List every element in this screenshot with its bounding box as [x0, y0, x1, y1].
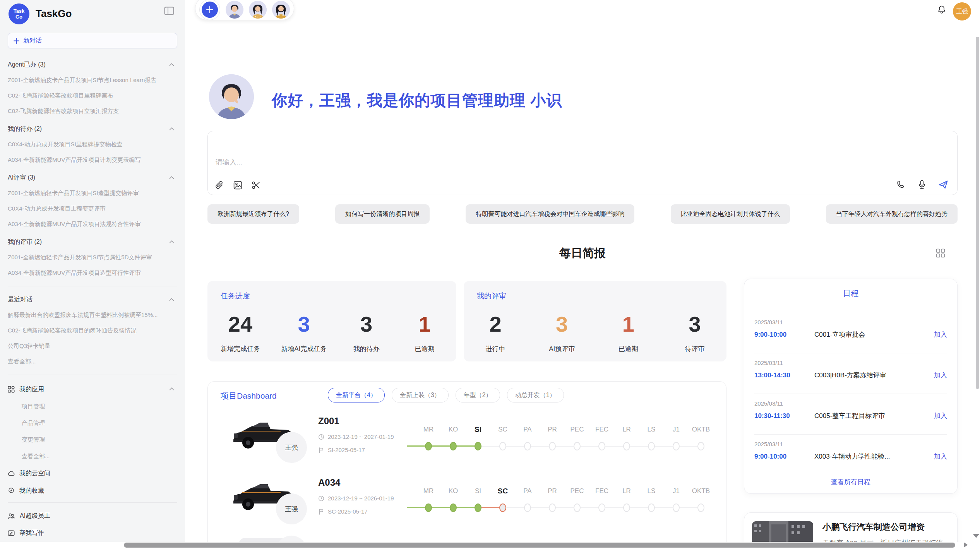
- vertical-scrollbar[interactable]: [976, 37, 979, 389]
- section-header-recent[interactable]: 最近对话: [8, 292, 177, 307]
- milestone-dot[interactable]: [524, 503, 531, 512]
- microphone-icon[interactable]: [917, 180, 927, 190]
- image-icon[interactable]: [233, 180, 243, 190]
- milestone-dot[interactable]: [697, 503, 704, 512]
- milestone-dot[interactable]: [648, 503, 655, 512]
- milestone-dot[interactable]: [425, 503, 432, 512]
- milestone-dot[interactable]: [524, 442, 531, 450]
- filter-chip[interactable]: 动总开发（1）: [507, 388, 564, 402]
- chevron-up-icon[interactable]: [169, 298, 174, 301]
- milestone-dot[interactable]: [598, 442, 605, 450]
- conversation-item[interactable]: C0X4-动力总成开发项目工程变更评审: [8, 201, 177, 216]
- milestone-dot[interactable]: [623, 503, 630, 512]
- send-icon[interactable]: [938, 179, 949, 190]
- schedule-item[interactable]: 2025/03/11 9:00-10:00 C001-立项审批会 加入: [754, 313, 947, 353]
- section-header-my-review[interactable]: 我的评审 (2): [8, 234, 177, 250]
- section-header-ai-review[interactable]: AI评审 (3): [8, 170, 177, 185]
- milestone-dot[interactable]: [648, 442, 655, 450]
- phone-icon[interactable]: [896, 180, 906, 190]
- conversation-item[interactable]: C02-飞腾新能源轻客改款项目的闭环通告反馈情况: [8, 323, 177, 338]
- chevron-up-icon[interactable]: [169, 387, 174, 390]
- conversation-item[interactable]: Z001-全新燃油轻卡产品开发项目SI造型提交物评审: [8, 185, 177, 201]
- user-avatar[interactable]: 王强: [953, 2, 971, 21]
- chevron-up-icon[interactable]: [169, 176, 174, 179]
- conversation-item[interactable]: A034-全新新能源MUV产品开发项目造型可行性评审: [8, 265, 177, 281]
- suggestion-chip[interactable]: 特朗普可能对进口汽车增税会对中国车企造成哪些影响: [466, 204, 634, 224]
- sidebar-subitem-product-mgmt[interactable]: 产品管理: [8, 414, 177, 431]
- new-session-button[interactable]: [199, 0, 220, 20]
- sidebar-subitem-project-mgmt[interactable]: 项目管理: [8, 398, 177, 414]
- sidebar-subitem-change-mgmt[interactable]: 变更管理: [8, 431, 177, 448]
- milestone-dot[interactable]: [623, 442, 630, 450]
- sidebar-item-favorites[interactable]: 我的收藏: [8, 482, 177, 499]
- milestone-dot[interactable]: [475, 442, 481, 450]
- milestone-dot[interactable]: [574, 442, 581, 450]
- schedule-item[interactable]: 2025/03/11 13:00-14:30 C003|H0B-方案冻结评审 加…: [754, 353, 947, 394]
- scissors-icon[interactable]: [251, 180, 261, 190]
- join-link[interactable]: 加入: [934, 330, 947, 339]
- sidebar-item-help-me-write[interactable]: 帮我写作: [8, 524, 177, 541]
- milestone-dot[interactable]: [549, 442, 556, 450]
- conversation-item[interactable]: 解释最新出台的欧盟报废车法规再生塑料比例被调至15%...: [8, 307, 177, 323]
- suggestion-chip[interactable]: 当下年轻人对汽车外观有怎样的喜好趋势: [826, 204, 958, 224]
- view-all-link[interactable]: 查看全部...: [8, 354, 177, 369]
- conversation-item[interactable]: C0X4-动力总成开发项目SI里程碑提交物检查: [8, 137, 177, 152]
- project-row[interactable]: 王强 Z001 2023-12-19 ~ 2027-01-19 SI-2025-…: [208, 412, 726, 471]
- scroll-down-arrow-icon[interactable]: [973, 534, 979, 538]
- milestone-dot[interactable]: [499, 442, 506, 450]
- chevron-up-icon[interactable]: [169, 63, 174, 66]
- section-header-my-todo[interactable]: 我的待办 (2): [8, 121, 177, 137]
- chat-input-box[interactable]: 请输入...: [207, 131, 958, 195]
- scroll-right-arrow-icon[interactable]: [964, 542, 968, 548]
- join-link[interactable]: 加入: [934, 371, 947, 380]
- horizontal-scrollbar[interactable]: [124, 543, 955, 548]
- milestone-dot[interactable]: [673, 503, 680, 512]
- view-all-link[interactable]: 查看全部...: [8, 448, 177, 464]
- filter-chip[interactable]: 年型（2）: [456, 388, 500, 402]
- chevron-up-icon[interactable]: [169, 240, 174, 243]
- filter-chip[interactable]: 全新上装（3）: [392, 388, 449, 402]
- conversation-item[interactable]: Z001-全新燃油皮卡产品开发项目SI节点Lesson Learn报告: [8, 72, 177, 88]
- schedule-item[interactable]: 2025/03/11 10:30-11:30 C005-整车工程目标评审 加入: [754, 394, 947, 435]
- milestone-dot[interactable]: [425, 442, 432, 450]
- conversation-item[interactable]: Z001-全新燃油轻卡产品开发项目SI节点属性5D文件评审: [8, 250, 177, 265]
- sidebar-item-ai-super-staff[interactable]: AI超级员工: [8, 507, 177, 524]
- join-link[interactable]: 加入: [934, 452, 947, 461]
- view-all-schedule-link[interactable]: 查看所有日程: [744, 478, 957, 486]
- milestone-dot[interactable]: [475, 503, 481, 512]
- milestone-dot[interactable]: [450, 503, 457, 512]
- suggestion-chip[interactable]: 如何写一份清晰的项目周报: [335, 204, 430, 224]
- conversation-item[interactable]: A034-全新新能源MUV产品开发项目法规符合性评审: [8, 216, 177, 232]
- join-link[interactable]: 加入: [934, 411, 947, 420]
- attachment-icon[interactable]: [215, 180, 224, 190]
- sidebar-item-cloud-space[interactable]: 我的云空间: [8, 464, 177, 482]
- milestone-dot[interactable]: [673, 442, 680, 450]
- sidebar-item-my-apps[interactable]: 我的应用: [8, 380, 177, 398]
- conversation-item[interactable]: A034-全新新能源MUV产品开发项目计划变更表编写: [8, 152, 177, 168]
- project-code: A034: [318, 477, 340, 488]
- milestone-dot[interactable]: [697, 442, 704, 450]
- milestone-dot[interactable]: [574, 503, 581, 512]
- layout-grid-icon[interactable]: [936, 248, 945, 258]
- milestone-dot[interactable]: [450, 442, 457, 450]
- milestone-dot[interactable]: [598, 503, 605, 512]
- milestone-label: FEC: [589, 425, 614, 434]
- schedule-item[interactable]: 2025/03/11 9:00-10:00 X003-车辆动力学性能验... 加…: [754, 435, 947, 475]
- chevron-up-icon[interactable]: [169, 127, 174, 130]
- notification-bell-icon[interactable]: [937, 5, 947, 15]
- new-chat-button[interactable]: 新对话: [8, 33, 177, 48]
- section-header-agent-done[interactable]: Agent已办 (3): [8, 57, 177, 72]
- conversation-item[interactable]: 公司Q3轻卡销量: [8, 338, 177, 354]
- suggestion-chip[interactable]: 比亚迪全固态电池计划具体说了什么: [671, 204, 790, 224]
- conversation-item[interactable]: C02-飞腾新能源轻客改款项目立项汇报方案: [8, 103, 177, 119]
- project-row[interactable]: 王强 A034 2023-12-19 ~ 2026-01-19 SC-2025-…: [208, 473, 726, 532]
- session-avatar[interactable]: [226, 1, 243, 19]
- conversation-item[interactable]: C02-飞腾新能源轻客改款项目里程碑画布: [8, 88, 177, 103]
- sidebar-collapse-icon[interactable]: [164, 6, 174, 15]
- session-avatar[interactable]: [272, 1, 290, 19]
- session-avatar[interactable]: [249, 1, 267, 19]
- milestone-dot[interactable]: [549, 503, 556, 512]
- milestone-dot[interactable]: [499, 503, 506, 512]
- suggestion-chip[interactable]: 欧洲新规最近颁布了什么?: [207, 204, 299, 224]
- filter-chip[interactable]: 全新平台（4）: [328, 388, 385, 402]
